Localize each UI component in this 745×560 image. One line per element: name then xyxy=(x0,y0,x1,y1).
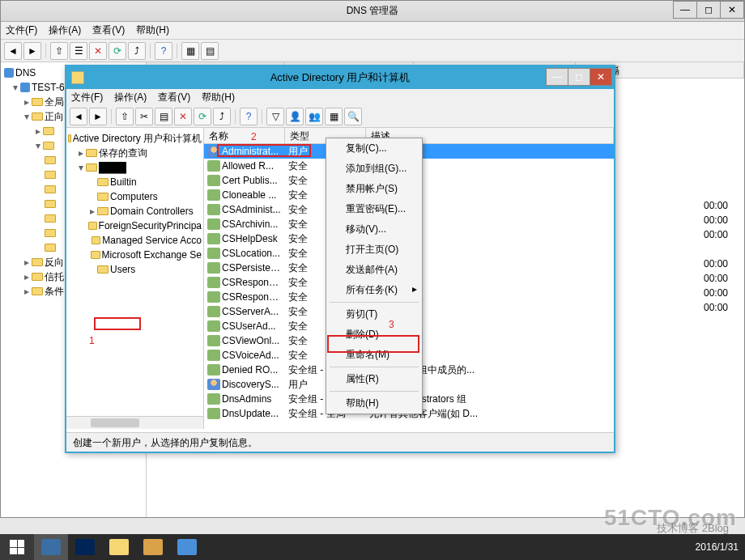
help-icon[interactable]: ? xyxy=(240,108,258,125)
outer-minimize-button[interactable]: — xyxy=(673,1,697,19)
delete-icon[interactable]: ✕ xyxy=(89,42,107,60)
back-icon[interactable]: ◄ xyxy=(4,42,22,60)
folder-icon xyxy=(32,258,43,266)
task-app[interactable] xyxy=(136,534,170,560)
inner-maximize-button[interactable]: ◻ xyxy=(568,68,590,86)
up-icon[interactable]: ⇧ xyxy=(50,42,68,60)
tree-item[interactable]: 反向 xyxy=(45,256,64,269)
inner-toolbar: ◄ ► ⇧ ✂ ▤ ✕ ⟳ ⤴ ? ▽ 👤 👥 ▦ 🔍 xyxy=(66,105,614,128)
inner-tree[interactable]: Active Directory 用户和计算机 ▸保存的查询 ▾████ Bui… xyxy=(66,128,204,429)
context-menu-item[interactable]: 添加到组(G)... xyxy=(326,159,422,179)
task-explorer[interactable] xyxy=(102,534,136,560)
expander-icon[interactable]: ▾ xyxy=(33,140,43,151)
filter-icon[interactable]: ▽ xyxy=(266,108,284,125)
tree-item[interactable]: 正向 xyxy=(45,110,64,124)
export-icon[interactable]: ⤴ xyxy=(128,42,146,60)
expander-icon[interactable]: ▸ xyxy=(22,96,32,108)
context-menu-item[interactable]: 重命名(M) xyxy=(326,345,422,365)
folder-icon xyxy=(45,185,56,193)
forward-icon[interactable]: ► xyxy=(23,42,41,60)
tree-item-computers[interactable]: Computers xyxy=(68,189,202,204)
taskbar-clock[interactable]: 2016/1/31 xyxy=(696,541,745,553)
expander-icon[interactable]: ▸ xyxy=(22,271,32,282)
find-icon[interactable]: 🔍 xyxy=(344,108,362,125)
outer-close-button[interactable]: ✕ xyxy=(720,1,744,19)
inner-minimize-button[interactable]: — xyxy=(546,68,568,86)
inner-menu-action[interactable]: 操作(A) xyxy=(114,91,147,104)
folder-icon xyxy=(43,142,54,150)
tree-aduc-root[interactable]: Active Directory 用户和计算机 xyxy=(73,132,202,146)
cut-icon[interactable]: ✂ xyxy=(135,108,153,125)
up-icon[interactable]: ⇧ xyxy=(116,108,134,125)
expander-icon[interactable]: ▸ xyxy=(87,206,97,217)
tree-item-microsoft-exchange-se[interactable]: Microsoft Exchange Se xyxy=(68,248,202,262)
menu-help[interactable]: 帮助(H) xyxy=(136,23,169,37)
task-app[interactable] xyxy=(170,534,204,560)
inner-menu-help[interactable]: 帮助(H) xyxy=(202,91,235,104)
group-icon xyxy=(207,277,220,288)
context-menu-item[interactable]: 移动(V)... xyxy=(326,219,422,240)
new-ou-icon[interactable]: ▦ xyxy=(325,108,343,125)
folder-icon xyxy=(43,127,54,135)
tree-item[interactable]: 条件 xyxy=(45,285,64,299)
tree-item[interactable]: 全局 xyxy=(45,95,64,109)
forward-icon[interactable]: ► xyxy=(89,108,107,125)
context-menu-item[interactable]: 发送邮件(A) xyxy=(326,260,422,280)
context-menu-item[interactable]: 所有任务(K) xyxy=(326,280,422,300)
expander-icon[interactable]: ▸ xyxy=(22,286,32,297)
menu-file[interactable]: 文件(F) xyxy=(6,23,37,37)
back-icon[interactable]: ◄ xyxy=(70,108,87,125)
properties-icon[interactable]: ▤ xyxy=(155,108,172,125)
time-values: 00:00 00:00 00:00 00:00 00:00 00:00 00:0… xyxy=(704,200,728,316)
tree-item-foreignsecurityprincipa[interactable]: ForeignSecurityPrincipa xyxy=(68,218,202,233)
menu-view[interactable]: 查看(V) xyxy=(92,23,125,37)
context-menu-item[interactable]: 禁用帐户(S) xyxy=(326,179,422,199)
export-icon[interactable]: ⤴ xyxy=(213,108,231,125)
tree-test[interactable]: TEST-6 xyxy=(32,82,65,93)
refresh-icon[interactable]: ⟳ xyxy=(194,108,211,125)
context-menu-item[interactable]: 复制(C)... xyxy=(326,138,422,159)
task-powershell[interactable] xyxy=(68,534,102,560)
new-user-icon[interactable]: 👤 xyxy=(286,108,304,125)
expander-icon[interactable]: ▾ xyxy=(11,82,20,93)
tree-item-users[interactable]: Users xyxy=(68,262,202,277)
tree-item-managed-service-acco[interactable]: Managed Service Acco xyxy=(68,233,202,248)
group-icon xyxy=(207,233,220,244)
expander-icon[interactable]: ▸ xyxy=(76,147,86,159)
context-menu-item[interactable]: 帮助(H) xyxy=(326,393,422,414)
start-button[interactable] xyxy=(0,534,34,560)
refresh-icon[interactable]: ⟳ xyxy=(109,42,126,60)
inner-menu-file[interactable]: 文件(F) xyxy=(71,91,103,104)
expander-icon[interactable]: ▾ xyxy=(76,162,86,173)
folder-icon xyxy=(45,244,56,252)
menu-action[interactable]: 操作(A) xyxy=(49,23,81,37)
expander-icon[interactable]: ▾ xyxy=(22,111,32,122)
help-icon[interactable]: ? xyxy=(155,42,172,60)
context-menu-item[interactable]: 属性(R) xyxy=(326,369,422,389)
inner-close-button[interactable]: ✕ xyxy=(590,68,612,86)
expander-icon[interactable]: ▸ xyxy=(22,257,32,268)
tree-item-builtin[interactable]: Builtin xyxy=(68,175,202,189)
tree-saved-queries[interactable]: 保存的查询 xyxy=(99,146,147,160)
filter-icon[interactable]: ▦ xyxy=(181,42,199,60)
tree-item[interactable]: 信托 xyxy=(45,270,64,284)
context-menu-item[interactable]: 重置密码(E)... xyxy=(326,199,422,219)
delete-icon[interactable]: ✕ xyxy=(174,108,192,125)
tree-dns-root[interactable]: DNS xyxy=(15,67,36,78)
task-server-manager[interactable] xyxy=(34,534,68,560)
inner-menu-view[interactable]: 查看(V) xyxy=(158,91,190,104)
context-menu-item[interactable]: 删除(D) xyxy=(326,325,422,345)
outer-menubar: 文件(F) 操作(A) 查看(V) 帮助(H) xyxy=(1,22,744,40)
context-menu-item[interactable]: 打开主页(O) xyxy=(326,240,422,260)
find-icon[interactable]: ▤ xyxy=(201,42,219,60)
col-name[interactable]: 名称 xyxy=(204,128,285,143)
outer-maximize-button[interactable]: ◻ xyxy=(696,1,721,19)
tree-item-domain-controllers[interactable]: ▸Domain Controllers xyxy=(68,204,202,218)
new-group-icon[interactable]: 👥 xyxy=(305,108,323,125)
tree-domain[interactable]: ████ xyxy=(99,162,126,173)
horizontal-scrollbar[interactable] xyxy=(66,416,203,429)
context-menu-item[interactable]: 剪切(T) xyxy=(326,304,422,325)
expander-icon[interactable]: ▸ xyxy=(33,125,43,137)
properties-icon[interactable]: ☰ xyxy=(70,42,87,60)
group-icon xyxy=(207,408,220,419)
